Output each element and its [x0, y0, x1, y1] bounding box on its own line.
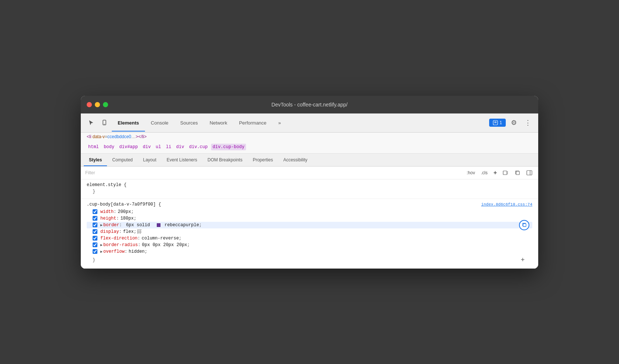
tab-performance[interactable]: Performance — [233, 117, 272, 129]
path-div2[interactable]: div — [175, 144, 186, 150]
filter-input[interactable] — [85, 170, 462, 175]
checkbox-width[interactable] — [93, 209, 97, 214]
tab-sources[interactable]: Sources — [174, 117, 204, 129]
settings-icon: ⚙ — [511, 119, 517, 127]
style-tabs-row: Styles Computed Layout Event Listeners D… — [81, 154, 538, 167]
prop-value-height[interactable]: 180px — [120, 216, 134, 221]
prop-name-width: width — [100, 209, 114, 214]
dom-attr-name: data-v — [93, 134, 105, 139]
add-rule-btn[interactable]: + — [519, 256, 526, 264]
main-toolbar: Elements Console Sources Network Perform… — [81, 113, 538, 133]
prop-value-border[interactable]: 6px solid rebeccapurple — [123, 223, 199, 228]
path-ul[interactable]: ul — [154, 144, 162, 150]
tab-layout[interactable]: Layout — [138, 154, 162, 166]
tab-properties[interactable]: Properties — [248, 154, 278, 166]
path-divapp[interactable]: div#app — [118, 144, 139, 150]
checkbox-border-radius[interactable] — [93, 242, 97, 247]
prop-name-overflow: overflow — [103, 249, 125, 254]
devtools-window: DevTools - coffee-cart.netlify.app/ Elem… — [81, 96, 538, 269]
path-div1[interactable]: div — [141, 144, 152, 150]
svg-rect-5 — [503, 171, 507, 175]
overflow-expand-arrow[interactable]: ▶ — [100, 249, 103, 254]
css-prop-border-radius: ▶ border-radius: 0px 0px 20px 20px; — [87, 242, 532, 248]
css-prop-width: width: 200px; — [87, 209, 532, 215]
svg-rect-7 — [527, 171, 532, 175]
checkbox-border[interactable] — [93, 223, 97, 227]
tab-computed[interactable]: Computed — [107, 154, 138, 166]
close-brace: } — [93, 258, 95, 263]
prop-name-border: border — [103, 223, 119, 228]
prop-value-border-radius[interactable]: 0px 0px 20px 20px — [142, 242, 187, 248]
checkbox-flex-direction[interactable] — [93, 236, 97, 241]
border-radius-expand-arrow[interactable]: ▶ — [100, 243, 103, 247]
checkbox-height[interactable] — [93, 216, 97, 221]
element-breadcrumb: html body div#app div ul li div div.cup … — [81, 141, 538, 154]
css-prop-overflow: ▶ overflow: hidden; — [87, 248, 532, 255]
filter-actions: :hov .cls + — [465, 169, 534, 177]
mobile-icon-btn[interactable] — [98, 117, 110, 129]
nav-tabs: Elements Console Sources Network Perform… — [112, 117, 488, 129]
css-prop-border: ▶ border: 6px solid rebeccapurple ; — [87, 222, 532, 228]
prop-name-flex-direction: flex-direction — [100, 236, 138, 241]
tab-accessibility[interactable]: Accessibility — [278, 154, 312, 166]
svg-rect-6 — [516, 171, 519, 175]
tab-more[interactable]: » — [272, 117, 287, 129]
path-li[interactable]: li — [165, 144, 173, 150]
maximize-button[interactable] — [103, 102, 108, 107]
add-style-rule-btn[interactable]: + — [492, 169, 498, 177]
prop-name-display: display — [100, 229, 119, 234]
cup-body-rule: .cup-body[data-v-7a0f9f00] { index.8d6c6… — [81, 199, 538, 269]
dom-ellipsis: … — [131, 134, 136, 139]
svg-rect-3 — [494, 122, 497, 122]
settings-icon-btn[interactable]: ⚙ — [508, 117, 520, 129]
minimize-button[interactable] — [95, 102, 100, 107]
toolbar-right: 1 ⚙ ⋮ — [489, 117, 534, 129]
traffic-lights — [87, 102, 108, 107]
css-source-link[interactable]: index.8d6c6f18.css:74 — [481, 202, 532, 207]
element-style-close: } — [93, 189, 95, 194]
tab-event-listeners[interactable]: Event Listeners — [162, 154, 203, 166]
dom-attr-value: ccedbddce0 — [107, 134, 131, 139]
css-prop-display: display: flex; — [87, 228, 532, 235]
cup-body-selector: .cup-body[data-v-7a0f9f00] { — [87, 202, 161, 207]
border-expand-arrow[interactable]: ▶ — [100, 223, 103, 227]
copy-styles-btn[interactable] — [513, 169, 522, 176]
cup-body-close: } + — [87, 255, 532, 265]
tab-styles[interactable]: Styles — [84, 154, 107, 166]
element-style-rule: element.style { } — [81, 179, 538, 199]
checkbox-display[interactable] — [93, 229, 97, 234]
path-divcup[interactable]: div.cup — [187, 144, 209, 150]
tab-network[interactable]: Network — [204, 117, 233, 129]
prop-name-height: height — [100, 216, 116, 221]
svg-rect-4 — [494, 123, 497, 123]
cursor-icon-btn[interactable] — [85, 117, 97, 129]
more-icon: ⋮ — [525, 119, 531, 127]
path-body[interactable]: body — [102, 144, 116, 150]
toggle-sidebar-btn[interactable] — [525, 169, 534, 176]
prop-value-overflow[interactable]: hidden — [129, 249, 145, 254]
hov-button[interactable]: :hov — [465, 169, 477, 176]
filter-row: :hov .cls + — [81, 167, 538, 179]
tab-elements[interactable]: Elements — [112, 117, 145, 129]
dom-tag-line: <li data-v=ccedbddce0…></li> — [81, 133, 538, 141]
path-divcupbody[interactable]: div.cup-body — [211, 144, 246, 150]
cls-button[interactable]: .cls — [480, 169, 489, 176]
prop-value-width[interactable]: 200px — [118, 209, 131, 214]
issues-badge-btn[interactable]: 1 — [489, 119, 506, 127]
checkbox-overflow[interactable] — [93, 249, 97, 254]
flex-grid-icon[interactable] — [137, 230, 142, 234]
element-state-btn[interactable] — [501, 169, 510, 176]
prop-name-border-radius: border-radius — [103, 242, 138, 248]
color-swatch-border[interactable] — [157, 223, 160, 227]
tab-console[interactable]: Console — [145, 117, 174, 129]
window-title: DevTools - coffee-cart.netlify.app/ — [272, 102, 347, 108]
prop-value-flex-direction[interactable]: column-reverse — [142, 236, 179, 241]
path-html[interactable]: html — [87, 144, 100, 150]
dom-tag-open: < — [87, 134, 89, 139]
css-prop-height: height: 180px; — [87, 215, 532, 222]
close-button[interactable] — [87, 102, 92, 107]
css-prop-flex-direction: flex-direction: column-reverse; — [87, 235, 532, 242]
more-options-btn[interactable]: ⋮ — [522, 117, 534, 129]
tab-dom-breakpoints[interactable]: DOM Breakpoints — [202, 154, 248, 166]
prop-value-display[interactable]: flex — [123, 229, 134, 234]
